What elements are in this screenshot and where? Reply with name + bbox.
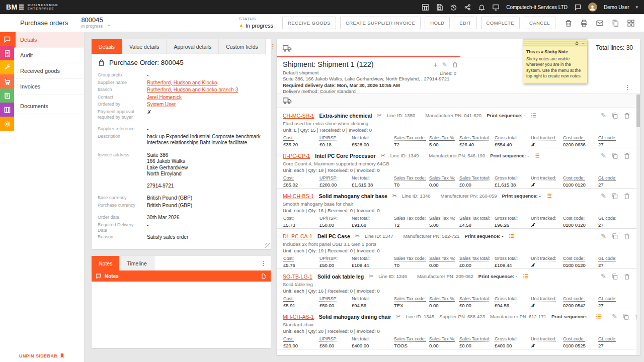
sticky-note[interactable]: ⌄ This is a Sticky Note Sticky notes are…: [523, 39, 587, 83]
sidebar-item-invoices[interactable]: Invoices: [14, 79, 84, 95]
split-line-icon[interactable]: ✂: [392, 193, 397, 199]
print-sequence-list-icon[interactable]: [534, 152, 540, 159]
history-icon[interactable]: [450, 4, 457, 11]
split-line-icon[interactable]: ✂: [369, 273, 373, 280]
ordered-by-link[interactable]: System User: [147, 102, 176, 107]
sidebar-item-audit[interactable]: Audit: [14, 48, 84, 63]
sidebar-item-details[interactable]: Details: [14, 32, 84, 48]
contact-link[interactable]: Jerel Homenick: [147, 95, 182, 100]
delete-line-icon[interactable]: [623, 273, 630, 280]
duplicate-line-icon[interactable]: [611, 233, 618, 240]
tab-notes[interactable]: Notes: [92, 256, 120, 270]
complete-button[interactable]: COMPLETE: [481, 17, 520, 29]
purchases-module-icon[interactable]: [0, 74, 14, 88]
tab-timeline[interactable]: Timeline: [120, 256, 154, 270]
print-icon[interactable]: [580, 19, 588, 27]
split-line-icon[interactable]: ✂: [377, 112, 381, 119]
add-note-icon[interactable]: [261, 273, 267, 279]
line-code-link[interactable]: IT-PC-CP-1: [283, 153, 310, 159]
cost-value: £5.73: [283, 222, 319, 228]
line-code-link[interactable]: MH-CH-BS-1: [283, 193, 314, 199]
duplicate-line-icon[interactable]: [611, 273, 618, 280]
shipment-truck-icon[interactable]: [283, 44, 292, 53]
user-avatar[interactable]: [588, 3, 597, 12]
edit-line-icon[interactable]: ✎: [601, 112, 606, 119]
chat-icon[interactable]: [574, 4, 582, 11]
scrollbar-thumb[interactable]: [636, 95, 640, 127]
document-caret-icon[interactable]: ⌄: [107, 22, 111, 27]
delete-line-icon[interactable]: [623, 193, 630, 200]
status-block: STATUS ▲ In progress: [239, 17, 273, 29]
sidebar-item-documents[interactable]: Documents: [14, 99, 84, 114]
split-line-icon[interactable]: ✂: [396, 313, 400, 320]
receive-goods-button[interactable]: RECEIVE GOODS: [282, 17, 336, 29]
duplicate-line-icon[interactable]: [611, 152, 618, 159]
table-icon[interactable]: [422, 4, 429, 11]
edit-line-icon[interactable]: ✎: [601, 152, 606, 159]
duplicate-line-icon[interactable]: [611, 112, 618, 119]
lines-scrollbar[interactable]: [636, 93, 640, 355]
print-sequence-list-icon[interactable]: [522, 273, 529, 280]
duplicate-line-icon[interactable]: [611, 193, 618, 200]
branch-link[interactable]: Rutherford, Hudson and Klocko branch 3: [147, 87, 238, 93]
tab-custom-fields[interactable]: Custom fields: [219, 39, 266, 54]
add-shipment-line-icon[interactable]: +: [433, 60, 438, 69]
save-icon[interactable]: [436, 4, 443, 11]
line-code-link[interactable]: CH-MC-SH-1: [283, 113, 314, 119]
collapse-note-icon[interactable]: ⌄: [581, 41, 585, 45]
lines-menu-icon[interactable]: ⋮: [624, 83, 631, 91]
print-sequence-list-icon[interactable]: [546, 193, 552, 199]
edit-line-icon[interactable]: ✎: [601, 273, 606, 280]
app-logo[interactable]: BM: [6, 3, 24, 11]
delete-line-icon[interactable]: [623, 112, 630, 119]
planner-module-icon[interactable]: [0, 103, 14, 117]
delete-shipment-icon[interactable]: [452, 61, 458, 68]
document-number-block[interactable]: 800045 In progress: [81, 17, 103, 29]
messages-module-icon[interactable]: [0, 32, 14, 46]
edit-shipment-icon[interactable]: ✎: [442, 61, 447, 68]
duplicate-line-icon[interactable]: [622, 313, 629, 320]
email-icon[interactable]: [596, 19, 604, 27]
edit-line-icon[interactable]: ✎: [601, 232, 606, 240]
lock-icon[interactable]: [575, 41, 579, 45]
cancel-button[interactable]: CANCEL: [524, 17, 555, 29]
copy-document-icon[interactable]: [611, 19, 619, 27]
tools-module-icon[interactable]: [0, 60, 14, 74]
delete-line-icon[interactable]: [623, 152, 630, 159]
hold-button[interactable]: HOLD: [425, 17, 450, 29]
notes-tabs-menu-icon[interactable]: ⋮: [256, 256, 271, 270]
line-code-link[interactable]: MH-CH-AS-1: [283, 314, 314, 320]
print-sequence-list-icon[interactable]: [595, 313, 602, 320]
share-icon[interactable]: [464, 4, 471, 11]
create-supplier-invoice-button[interactable]: CREATE SUPPLIER INVOICE: [340, 17, 421, 29]
delete-line-icon[interactable]: [623, 233, 630, 240]
line-code-link[interactable]: SO-TB-LG-1: [283, 274, 312, 280]
split-line-icon[interactable]: ✂: [380, 152, 385, 159]
edit-line-icon[interactable]: ✎: [612, 313, 617, 320]
uprsp-value: £200.00: [319, 182, 352, 188]
delete-document-icon[interactable]: [565, 19, 573, 27]
tab-details[interactable]: Details: [92, 39, 122, 54]
workstation-icon[interactable]: [492, 4, 500, 11]
logo-e-bars-icon: [19, 5, 24, 10]
sidebar-item-received-goods[interactable]: Received goods: [14, 63, 84, 79]
settings-module-icon[interactable]: [0, 117, 14, 131]
ledger-module-icon[interactable]: [0, 88, 14, 103]
receipts-module-icon[interactable]: [0, 46, 14, 60]
tab-value-details[interactable]: Value details: [122, 39, 167, 54]
apps-grid-icon[interactable]: [627, 19, 635, 27]
supplier-name-link[interactable]: Rutherford, Hudson and Klocko: [147, 80, 217, 85]
user-menu-caret-icon[interactable]: ▾: [635, 5, 638, 10]
edit-button[interactable]: EDIT: [454, 17, 476, 29]
tab-approval-details[interactable]: Approval details: [167, 39, 219, 54]
split-line-icon[interactable]: ✂: [355, 233, 360, 239]
gl-code-value: 27: [598, 182, 620, 188]
lines-truck-icon[interactable]: [283, 96, 292, 105]
resize-handle[interactable]: [265, 243, 270, 248]
print-sequence-list-icon[interactable]: [530, 112, 537, 119]
notifications-icon[interactable]: [478, 4, 486, 11]
unpin-sidebar-button[interactable]: UNPIN SIDEBAR: [19, 352, 65, 359]
print-sequence-list-icon[interactable]: [508, 233, 515, 239]
line-code-link[interactable]: DL-PC-CA-1: [283, 233, 312, 239]
edit-line-icon[interactable]: ✎: [601, 192, 606, 200]
